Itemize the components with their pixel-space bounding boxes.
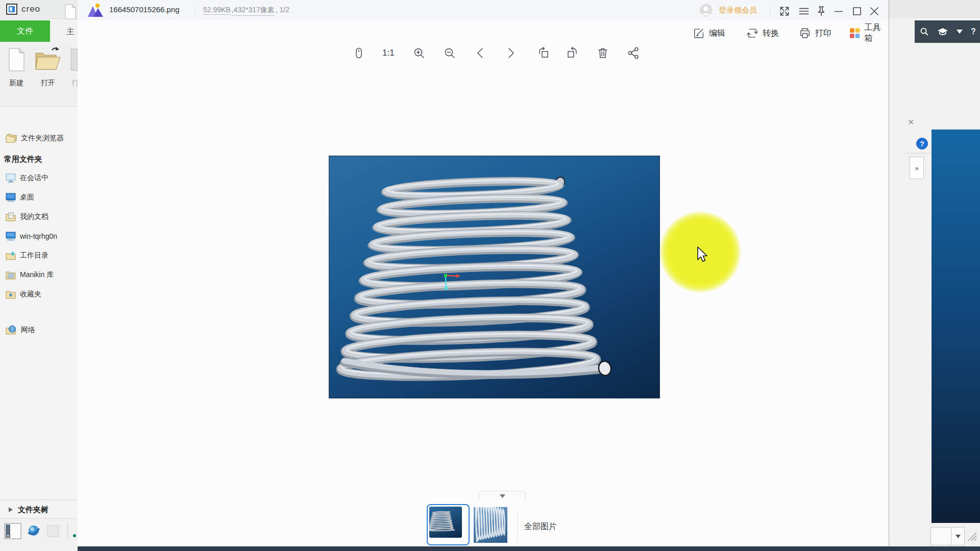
learning-connector-icon[interactable] [937, 28, 948, 36]
desktop-icon [5, 192, 16, 203]
next-image-icon[interactable] [504, 46, 518, 60]
open-folder-label: 打开 [36, 79, 60, 88]
file-menu-button[interactable]: 文件 [0, 20, 50, 42]
panel-toggle-icon[interactable] [4, 523, 21, 539]
browser-globe-icon[interactable] [27, 523, 41, 538]
viewer-filename: 1664507015266.png [109, 5, 180, 14]
collapse-arrow-icon [500, 494, 505, 498]
image-viewer-window: 1664507015266.png 52.99KB ,432*317像素 , 1… [78, 0, 888, 551]
print-button[interactable]: 打印 [799, 20, 831, 46]
convert-label: 转换 [763, 28, 779, 39]
creo-ribbon-right-darkbar: ? [915, 20, 980, 43]
scroll-track[interactable] [930, 527, 952, 545]
sidebar-item-label: Manikin 库 [20, 270, 54, 280]
open-folder-icon[interactable] [34, 46, 62, 72]
mouse-fit-icon[interactable] [352, 46, 365, 60]
background-window-titlebar: — ▢ ✕ [888, 0, 980, 18]
creo-ribbon: 新建 打开 打 [0, 42, 78, 106]
close-icon[interactable] [868, 5, 881, 18]
viewer-toolbar: 1:1 [78, 20, 888, 46]
quick-new-file-icon[interactable] [64, 4, 77, 19]
toolbox-label: 工具箱 [864, 22, 888, 44]
toolbox-icon [849, 28, 860, 39]
thumbnail-selected[interactable] [427, 504, 470, 545]
open-recent-partial-icon [70, 48, 78, 71]
sidebar-item-label: 桌面 [20, 193, 34, 202]
share-icon[interactable] [627, 46, 640, 60]
edit-button[interactable]: 编辑 [693, 20, 725, 46]
viewer-app-logo [87, 3, 104, 17]
rotate-left-icon[interactable] [537, 46, 550, 60]
file-menu-label: 文件 [17, 26, 33, 37]
print-icon [799, 27, 811, 39]
delete-icon[interactable] [596, 46, 609, 60]
thumbnail-spring-rotated-image [474, 507, 507, 543]
login-member-link[interactable]: 登录领会员 [719, 6, 757, 15]
help-badge-icon[interactable]: ? [916, 138, 928, 149]
creo-window-title: creo [21, 4, 40, 14]
edit-icon [693, 27, 705, 39]
file-size-link[interactable]: 52.99KB [203, 6, 231, 15]
expand-arrow-icon [8, 507, 13, 513]
chevron-down-icon[interactable] [957, 30, 963, 34]
avatar-icon[interactable] [699, 4, 713, 17]
previous-image-icon[interactable] [474, 46, 487, 60]
folder-tree-toggle[interactable]: 文件夹树 [0, 502, 78, 517]
folder-browser-item[interactable]: 文件夹浏览器 [5, 133, 78, 143]
zoom-in-icon[interactable] [412, 46, 426, 60]
menu-icon[interactable] [797, 5, 811, 18]
thumbnail-collapse-tab[interactable] [479, 491, 526, 500]
documents-folder-icon [5, 212, 16, 222]
network-globe-icon [5, 325, 17, 335]
triangle-down-icon [955, 535, 961, 538]
zoom-out-icon[interactable] [443, 46, 456, 60]
folder-browser-label: 文件夹浏览器 [21, 134, 64, 143]
sidebar-item-computer[interactable]: win-tqrhg0n [5, 231, 78, 241]
panel-close-icon[interactable]: ✕ [908, 117, 914, 127]
page-indicator: , 1/2 [276, 6, 289, 14]
resize-grip-icon[interactable] [966, 531, 977, 542]
search-icon[interactable] [920, 27, 929, 36]
spring-3d-image [329, 156, 659, 398]
new-file-icon[interactable] [8, 48, 25, 71]
sidebar-item-label: 工作目录 [20, 251, 48, 260]
creo-statusbar [0, 518, 78, 551]
thumbnail-spring-image [429, 507, 462, 538]
divider [0, 499, 78, 500]
minimize-icon[interactable] [832, 5, 845, 18]
sidebar-item-my-documents[interactable]: 我的文档 [5, 212, 78, 222]
favorites-folder-icon [5, 289, 16, 299]
scroll-arrow-button[interactable] [951, 527, 965, 545]
print-label: 打印 [815, 28, 831, 39]
thumbnail-2[interactable] [474, 507, 507, 543]
ribbon-tab-home-partial[interactable]: 主 [66, 27, 75, 37]
mouse-cursor [697, 246, 709, 264]
folder-tree-label: 文件夹树 [18, 505, 48, 515]
toolbox-button[interactable]: 工具箱 [849, 20, 888, 46]
blank-square-icon[interactable] [47, 525, 59, 537]
help-icon[interactable]: ? [971, 27, 976, 36]
convert-button[interactable]: 转换 [746, 20, 779, 46]
maximize-icon[interactable] [850, 5, 864, 18]
sidebar-item-manikin-library[interactable]: Manikin 库 [5, 270, 78, 280]
photo-canvas[interactable] [329, 156, 659, 398]
svg-text:?: ? [920, 140, 924, 148]
pin-icon[interactable] [815, 5, 828, 18]
divider [517, 510, 518, 542]
file-meta: 52.99KB ,432*317像素 , 1/2 [203, 6, 289, 16]
sidebar-item-favorites[interactable]: 收藏夹 [5, 289, 78, 299]
file-dimensions-link[interactable]: ,432*317像素 [232, 6, 275, 16]
panel-expand-button[interactable]: » [910, 157, 924, 179]
sidebar-item-desktop[interactable]: 桌面 [5, 192, 78, 203]
all-images-button[interactable]: 全部图片 [524, 521, 557, 532]
rotate-right-icon[interactable] [566, 46, 579, 60]
sidebar-item-label: win-tqrhg0n [20, 232, 57, 240]
sidebar-item-working-directory[interactable]: 工作目录 [5, 251, 78, 261]
sidebar-item-label: 网络 [21, 325, 35, 335]
common-folders-header: 常用文件夹 [4, 155, 42, 164]
sidebar-item-network[interactable]: 网络 [5, 325, 78, 335]
fullscreen-icon[interactable] [778, 5, 791, 18]
actual-size-button[interactable]: 1:1 [382, 48, 395, 58]
divider [903, 153, 932, 154]
sidebar-item-in-session[interactable]: 在会话中 [5, 173, 78, 183]
